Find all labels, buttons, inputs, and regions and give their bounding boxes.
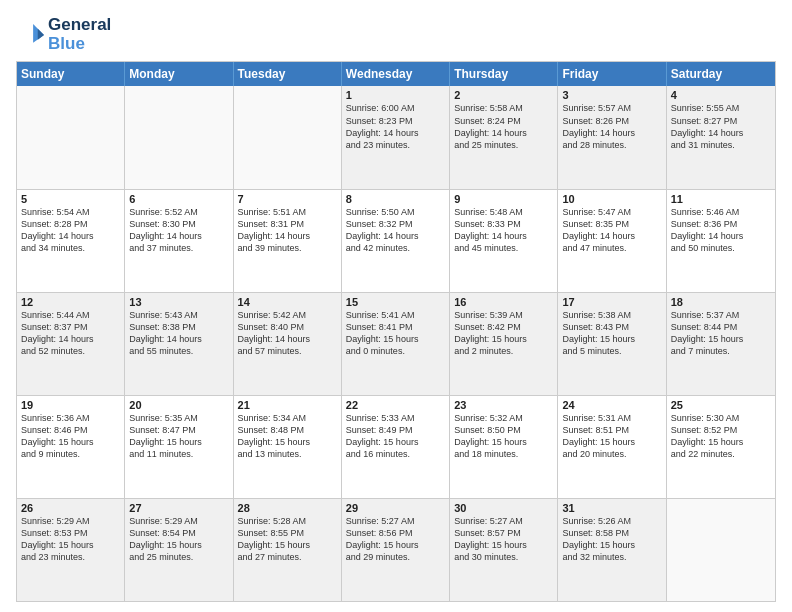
day-info: Sunrise: 5:51 AM Sunset: 8:31 PM Dayligh… [238,206,337,255]
header-day-friday: Friday [558,62,666,86]
day-info: Sunrise: 6:00 AM Sunset: 8:23 PM Dayligh… [346,102,445,151]
logo-text: General Blue [48,16,111,53]
day-number: 29 [346,502,445,514]
day-number: 26 [21,502,120,514]
calendar-cell: 16Sunrise: 5:39 AM Sunset: 8:42 PM Dayli… [450,293,558,395]
day-number: 15 [346,296,445,308]
day-number: 13 [129,296,228,308]
header-day-sunday: Sunday [17,62,125,86]
day-info: Sunrise: 5:35 AM Sunset: 8:47 PM Dayligh… [129,412,228,461]
day-info: Sunrise: 5:48 AM Sunset: 8:33 PM Dayligh… [454,206,553,255]
day-number: 19 [21,399,120,411]
calendar-cell: 14Sunrise: 5:42 AM Sunset: 8:40 PM Dayli… [234,293,342,395]
day-number: 22 [346,399,445,411]
calendar-cell [667,499,775,601]
day-info: Sunrise: 5:37 AM Sunset: 8:44 PM Dayligh… [671,309,771,358]
day-info: Sunrise: 5:47 AM Sunset: 8:35 PM Dayligh… [562,206,661,255]
day-number: 3 [562,89,661,101]
calendar-cell: 3Sunrise: 5:57 AM Sunset: 8:26 PM Daylig… [558,86,666,188]
day-number: 23 [454,399,553,411]
day-info: Sunrise: 5:46 AM Sunset: 8:36 PM Dayligh… [671,206,771,255]
day-info: Sunrise: 5:57 AM Sunset: 8:26 PM Dayligh… [562,102,661,151]
calendar-body: 1Sunrise: 6:00 AM Sunset: 8:23 PM Daylig… [17,86,775,601]
day-number: 11 [671,193,771,205]
calendar-cell: 15Sunrise: 5:41 AM Sunset: 8:41 PM Dayli… [342,293,450,395]
day-info: Sunrise: 5:31 AM Sunset: 8:51 PM Dayligh… [562,412,661,461]
day-number: 12 [21,296,120,308]
calendar-week-1: 5Sunrise: 5:54 AM Sunset: 8:28 PM Daylig… [17,189,775,292]
day-info: Sunrise: 5:39 AM Sunset: 8:42 PM Dayligh… [454,309,553,358]
day-number: 6 [129,193,228,205]
calendar-cell: 30Sunrise: 5:27 AM Sunset: 8:57 PM Dayli… [450,499,558,601]
day-info: Sunrise: 5:50 AM Sunset: 8:32 PM Dayligh… [346,206,445,255]
svg-marker-1 [38,28,44,39]
calendar-cell [17,86,125,188]
calendar-cell: 25Sunrise: 5:30 AM Sunset: 8:52 PM Dayli… [667,396,775,498]
day-info: Sunrise: 5:41 AM Sunset: 8:41 PM Dayligh… [346,309,445,358]
header-day-monday: Monday [125,62,233,86]
day-info: Sunrise: 5:55 AM Sunset: 8:27 PM Dayligh… [671,102,771,151]
day-info: Sunrise: 5:33 AM Sunset: 8:49 PM Dayligh… [346,412,445,461]
day-info: Sunrise: 5:58 AM Sunset: 8:24 PM Dayligh… [454,102,553,151]
calendar-cell: 29Sunrise: 5:27 AM Sunset: 8:56 PM Dayli… [342,499,450,601]
calendar-cell: 22Sunrise: 5:33 AM Sunset: 8:49 PM Dayli… [342,396,450,498]
day-info: Sunrise: 5:52 AM Sunset: 8:30 PM Dayligh… [129,206,228,255]
day-number: 5 [21,193,120,205]
day-number: 1 [346,89,445,101]
day-number: 25 [671,399,771,411]
calendar-cell: 18Sunrise: 5:37 AM Sunset: 8:44 PM Dayli… [667,293,775,395]
calendar-cell: 20Sunrise: 5:35 AM Sunset: 8:47 PM Dayli… [125,396,233,498]
day-number: 24 [562,399,661,411]
day-info: Sunrise: 5:27 AM Sunset: 8:57 PM Dayligh… [454,515,553,564]
calendar-cell: 13Sunrise: 5:43 AM Sunset: 8:38 PM Dayli… [125,293,233,395]
calendar-cell: 1Sunrise: 6:00 AM Sunset: 8:23 PM Daylig… [342,86,450,188]
day-number: 18 [671,296,771,308]
calendar-cell [125,86,233,188]
header-day-saturday: Saturday [667,62,775,86]
day-info: Sunrise: 5:32 AM Sunset: 8:50 PM Dayligh… [454,412,553,461]
day-info: Sunrise: 5:26 AM Sunset: 8:58 PM Dayligh… [562,515,661,564]
calendar-header-row: SundayMondayTuesdayWednesdayThursdayFrid… [17,62,775,86]
calendar-cell: 9Sunrise: 5:48 AM Sunset: 8:33 PM Daylig… [450,190,558,292]
day-number: 20 [129,399,228,411]
calendar-cell: 4Sunrise: 5:55 AM Sunset: 8:27 PM Daylig… [667,86,775,188]
calendar-cell: 8Sunrise: 5:50 AM Sunset: 8:32 PM Daylig… [342,190,450,292]
day-number: 16 [454,296,553,308]
day-info: Sunrise: 5:29 AM Sunset: 8:54 PM Dayligh… [129,515,228,564]
header-day-thursday: Thursday [450,62,558,86]
calendar-week-3: 19Sunrise: 5:36 AM Sunset: 8:46 PM Dayli… [17,395,775,498]
day-info: Sunrise: 5:30 AM Sunset: 8:52 PM Dayligh… [671,412,771,461]
calendar-cell: 26Sunrise: 5:29 AM Sunset: 8:53 PM Dayli… [17,499,125,601]
logo: General Blue [16,16,111,53]
day-number: 17 [562,296,661,308]
calendar-cell: 12Sunrise: 5:44 AM Sunset: 8:37 PM Dayli… [17,293,125,395]
page: General Blue SundayMondayTuesdayWednesda… [0,0,792,612]
calendar-week-2: 12Sunrise: 5:44 AM Sunset: 8:37 PM Dayli… [17,292,775,395]
day-info: Sunrise: 5:34 AM Sunset: 8:48 PM Dayligh… [238,412,337,461]
calendar-cell: 11Sunrise: 5:46 AM Sunset: 8:36 PM Dayli… [667,190,775,292]
calendar-cell: 19Sunrise: 5:36 AM Sunset: 8:46 PM Dayli… [17,396,125,498]
header-day-wednesday: Wednesday [342,62,450,86]
day-info: Sunrise: 5:27 AM Sunset: 8:56 PM Dayligh… [346,515,445,564]
header: General Blue [16,16,776,53]
calendar-week-0: 1Sunrise: 6:00 AM Sunset: 8:23 PM Daylig… [17,86,775,188]
day-number: 31 [562,502,661,514]
calendar-cell: 27Sunrise: 5:29 AM Sunset: 8:54 PM Dayli… [125,499,233,601]
day-number: 28 [238,502,337,514]
header-day-tuesday: Tuesday [234,62,342,86]
day-info: Sunrise: 5:42 AM Sunset: 8:40 PM Dayligh… [238,309,337,358]
calendar-cell [234,86,342,188]
day-number: 27 [129,502,228,514]
day-number: 4 [671,89,771,101]
calendar-cell: 31Sunrise: 5:26 AM Sunset: 8:58 PM Dayli… [558,499,666,601]
day-info: Sunrise: 5:29 AM Sunset: 8:53 PM Dayligh… [21,515,120,564]
day-number: 14 [238,296,337,308]
calendar-week-4: 26Sunrise: 5:29 AM Sunset: 8:53 PM Dayli… [17,498,775,601]
calendar-cell: 21Sunrise: 5:34 AM Sunset: 8:48 PM Dayli… [234,396,342,498]
day-info: Sunrise: 5:36 AM Sunset: 8:46 PM Dayligh… [21,412,120,461]
day-number: 8 [346,193,445,205]
calendar-cell: 6Sunrise: 5:52 AM Sunset: 8:30 PM Daylig… [125,190,233,292]
day-number: 10 [562,193,661,205]
calendar-cell: 10Sunrise: 5:47 AM Sunset: 8:35 PM Dayli… [558,190,666,292]
calendar-cell: 7Sunrise: 5:51 AM Sunset: 8:31 PM Daylig… [234,190,342,292]
